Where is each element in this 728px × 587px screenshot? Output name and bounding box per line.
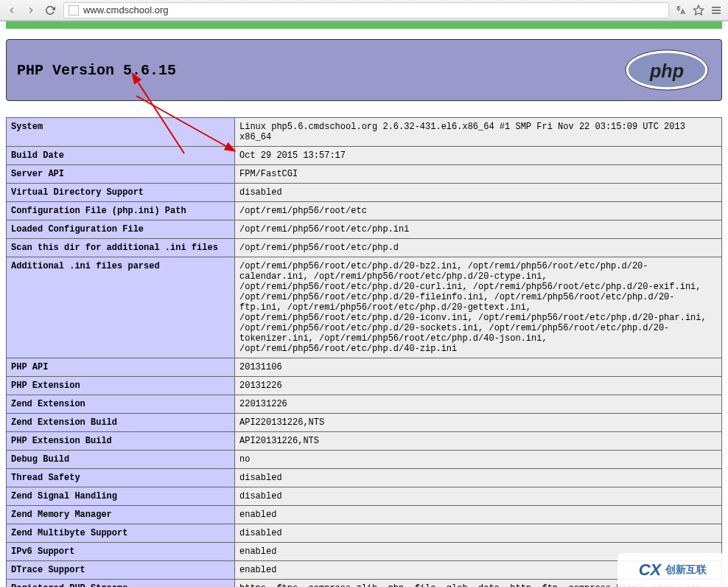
table-val: /opt/remi/php56/root/etc	[235, 202, 722, 220]
table-key: Scan this dir for additional .ini files	[7, 239, 235, 257]
table-val: /opt/remi/php56/root/etc/php.d	[235, 239, 722, 257]
table-row: Thread Safetydisabled	[7, 469, 722, 487]
php-version-title: PHP Version 5.6.15	[17, 62, 176, 79]
table-key: Zend Multibyte Support	[7, 524, 235, 543]
table-key: Build Date	[7, 147, 235, 165]
table-row: Loaded Configuration File/opt/remi/php56…	[7, 220, 722, 239]
table-key: PHP Extension Build	[7, 432, 235, 451]
table-val: 20131106	[235, 358, 722, 377]
reload-button[interactable]	[41, 2, 59, 18]
table-val: disabled	[235, 524, 722, 543]
back-button[interactable]	[3, 2, 21, 18]
table-row: Debug Buildno	[7, 451, 722, 469]
table-row: Additional .ini files parsed/opt/remi/ph…	[7, 257, 722, 358]
star-icon[interactable]	[691, 3, 706, 18]
table-row: PHP Extension20131226	[7, 377, 722, 395]
table-row: PHP Extension BuildAPI20131226,NTS	[7, 432, 722, 451]
table-row: Virtual Directory Supportdisabled	[7, 184, 722, 202]
php-logo-icon: php	[623, 49, 711, 91]
toolbar-right	[673, 3, 725, 18]
table-row: Zend Extension220131226	[7, 395, 722, 414]
table-val: disabled	[235, 184, 722, 202]
table-val: Linux php5.6.cmdschool.org 2.6.32-431.el…	[235, 118, 722, 147]
table-row: Scan this dir for additional .ini files/…	[7, 239, 722, 257]
table-key: Server API	[7, 165, 235, 184]
table-row: SystemLinux php5.6.cmdschool.org 2.6.32-…	[7, 118, 722, 147]
url-bar[interactable]: www.cmdschool.org	[63, 2, 669, 18]
table-row: Configuration File (php.ini) Path/opt/re…	[7, 202, 722, 220]
forward-button[interactable]	[22, 2, 40, 18]
table-key: Additional .ini files parsed	[7, 257, 235, 358]
table-val: no	[235, 451, 722, 469]
table-row: PHP API20131106	[7, 358, 722, 377]
table-key: PHP API	[7, 358, 235, 377]
table-row: Registered PHP Streamshttps, ftps, compr…	[7, 580, 722, 588]
table-key: Zend Extension	[7, 395, 235, 414]
table-row: Server APIFPM/FastCGI	[7, 165, 722, 184]
browser-toolbar: www.cmdschool.org	[0, 0, 728, 21]
watermark-logo-icon: CX	[639, 560, 662, 580]
top-accent-bar	[6, 21, 722, 29]
table-key: Zend Memory Manager	[7, 506, 235, 524]
svg-text:php: php	[649, 60, 684, 81]
table-key: Debug Build	[7, 451, 235, 469]
table-val: FPM/FastCGI	[235, 165, 722, 184]
table-key: IPv6 Support	[7, 543, 235, 561]
table-row: DTrace Supportenabled	[7, 561, 722, 580]
table-row: IPv6 Supportenabled	[7, 543, 722, 561]
table-val: API20131226,NTS	[235, 432, 722, 451]
translate-icon[interactable]	[673, 3, 688, 18]
table-key: DTrace Support	[7, 561, 235, 580]
table-val: /opt/remi/php56/root/etc/php.d/20-bz2.in…	[235, 257, 722, 358]
url-text: www.cmdschool.org	[83, 4, 169, 15]
php-banner: PHP Version 5.6.15 php	[6, 39, 722, 101]
table-key: Zend Signal Handling	[7, 487, 235, 506]
phpinfo-table: SystemLinux php5.6.cmdschool.org 2.6.32-…	[6, 117, 722, 587]
table-key: Registered PHP Streams	[7, 580, 235, 588]
page-icon	[69, 5, 79, 15]
table-row: Zend Signal Handlingdisabled	[7, 487, 722, 506]
table-key: Thread Safety	[7, 469, 235, 487]
table-val: 220131226	[235, 395, 722, 414]
table-val: API220131226,NTS	[235, 414, 722, 432]
table-val: disabled	[235, 487, 722, 506]
table-val: disabled	[235, 469, 722, 487]
watermark: CX 创新互联	[617, 553, 728, 587]
table-key: Loaded Configuration File	[7, 220, 235, 239]
table-key: Virtual Directory Support	[7, 184, 235, 202]
watermark-text: 创新互联	[665, 563, 707, 577]
table-row: Zend Multibyte Supportdisabled	[7, 524, 722, 543]
table-key: PHP Extension	[7, 377, 235, 395]
table-row: Build DateOct 29 2015 13:57:17	[7, 147, 722, 165]
table-row: Zend Extension BuildAPI220131226,NTS	[7, 414, 722, 432]
table-key: Configuration File (php.ini) Path	[7, 202, 235, 220]
table-val: enabled	[235, 506, 722, 524]
table-val: Oct 29 2015 13:57:17	[235, 147, 722, 165]
table-key: System	[7, 118, 235, 147]
page-viewport[interactable]: PHP Version 5.6.15 php SystemLinux php5.…	[0, 21, 728, 587]
table-val: 20131226	[235, 377, 722, 395]
table-row: Zend Memory Managerenabled	[7, 506, 722, 524]
menu-icon[interactable]	[709, 3, 724, 18]
table-val: /opt/remi/php56/root/etc/php.ini	[235, 220, 722, 239]
table-key: Zend Extension Build	[7, 414, 235, 432]
svg-marker-0	[693, 5, 703, 15]
